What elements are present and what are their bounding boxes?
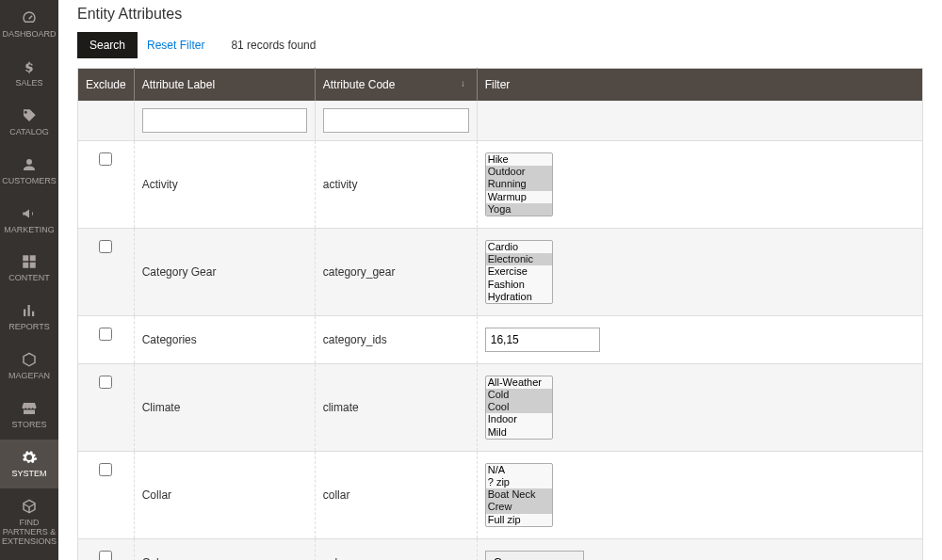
exclude-checkbox[interactable] [99, 376, 112, 389]
attr-label-cell: Color [134, 538, 315, 560]
attr-code-cell: category_gear [315, 228, 477, 315]
nav-customers[interactable]: CUSTOMERS [0, 147, 58, 196]
attr-filter-cell: CardioElectronicExerciseFashionHydration [477, 228, 922, 315]
filter-multiselect[interactable]: HikeOutdoorRunningWarmupYoga [485, 152, 553, 216]
exclude-checkbox[interactable] [99, 240, 112, 253]
attr-label-cell: Collar [134, 451, 315, 538]
attr-label-cell: Category Gear [134, 228, 315, 315]
nav-label: CONTENT [8, 273, 50, 282]
nav-marketing[interactable]: MARKETING [0, 196, 58, 245]
nav-sales[interactable]: SALES [0, 49, 58, 98]
admin-sidebar: DASHBOARDSALESCATALOGCUSTOMERSMARKETINGC… [0, 0, 58, 560]
nav-partners[interactable]: FIND PARTNERS & EXTENSIONS [0, 488, 58, 556]
main-content: Entity Attributes Search Reset Filter 81… [58, 0, 942, 560]
attr-filter-cell: HikeOutdoorRunningWarmupYoga [477, 141, 922, 229]
attr-code-cell: collar [315, 451, 477, 538]
exclude-cell [78, 315, 135, 363]
gauge-icon [2, 9, 57, 26]
blocks-icon [2, 253, 57, 270]
nav-reports[interactable]: REPORTS [0, 293, 58, 342]
filter-label-input[interactable] [142, 108, 307, 133]
nav-catalog[interactable]: CATALOG [0, 98, 58, 147]
search-button[interactable]: Search [77, 32, 138, 58]
filter-code-cell [315, 101, 477, 141]
person-icon [2, 156, 57, 173]
exclude-cell [78, 228, 135, 315]
attr-label-cell: Climate [134, 363, 315, 451]
dollar-icon [2, 58, 57, 75]
table-row: Categoriescategory_ids [78, 315, 923, 363]
attr-code-cell: climate [315, 363, 477, 451]
page-title: Entity Attributes [77, 6, 923, 23]
exclude-cell [78, 141, 135, 229]
attr-label-cell: Categories [134, 315, 315, 363]
sort-arrow-icon: ↓ [461, 78, 469, 88]
table-row: ColorcolorGray [78, 538, 923, 560]
attr-code-cell: color [315, 538, 477, 560]
filter-text-input[interactable] [485, 328, 600, 352]
col-label-header[interactable]: Attribute Label [134, 69, 315, 102]
partners-icon [2, 498, 57, 515]
col-code-header[interactable]: Attribute Code↓ [315, 69, 477, 102]
tag-icon [2, 107, 57, 124]
nav-dashboard[interactable]: DASHBOARD [0, 0, 58, 49]
reset-filter-link[interactable]: Reset Filter [147, 39, 204, 52]
megaphone-icon [2, 205, 57, 222]
actions-bar: Search Reset Filter 81 records found [77, 32, 923, 58]
filter-label-cell [134, 101, 315, 141]
nav-stores[interactable]: STORES [0, 391, 58, 440]
table-row: Category Gearcategory_gearCardioElectron… [78, 228, 923, 315]
records-found: 81 records found [231, 39, 316, 52]
filter-select[interactable]: Gray [485, 551, 584, 560]
filter-filter-cell [477, 101, 922, 141]
store-icon [2, 400, 57, 417]
bars-icon [2, 302, 57, 319]
exclude-checkbox[interactable] [99, 152, 112, 166]
nav-label: SALES [15, 78, 42, 88]
nav-content[interactable]: CONTENT [0, 244, 58, 293]
table-row: CollarcollarN/A? zipBoat NeckCrewFull zi… [78, 451, 923, 538]
filter-exclude-cell [78, 101, 135, 141]
attr-code-cell: activity [315, 141, 477, 229]
nav-label: STORES [12, 420, 47, 429]
nav-system[interactable]: SYSTEM [0, 440, 58, 488]
exclude-checkbox[interactable] [99, 463, 112, 476]
exclude-checkbox[interactable] [99, 551, 112, 560]
filter-multiselect[interactable]: All-WeatherColdCoolIndoorMild [485, 376, 553, 440]
attr-filter-cell: Gray [477, 538, 922, 560]
exclude-checkbox[interactable] [99, 328, 112, 341]
table-row: ActivityactivityHikeOutdoorRunningWarmup… [78, 141, 923, 229]
nav-label: REPORTS [8, 322, 49, 331]
nav-label: SYSTEM [11, 469, 46, 478]
exclude-cell [78, 538, 135, 560]
nav-label: CUSTOMERS [2, 176, 56, 185]
attr-filter-cell: N/A? zipBoat NeckCrewFull zip [477, 451, 922, 538]
exclude-cell [78, 451, 135, 538]
filter-code-input[interactable] [323, 108, 469, 133]
gear-icon [2, 449, 57, 466]
attr-filter-cell [477, 315, 922, 363]
col-exclude-header[interactable]: Exclude [78, 69, 135, 102]
col-code-text: Attribute Code [323, 78, 396, 91]
nav-label: CATALOG [9, 127, 49, 136]
attributes-grid: Exclude Attribute Label Attribute Code↓ … [77, 68, 923, 560]
attr-filter-cell: All-WeatherColdCoolIndoorMild [477, 363, 922, 451]
exclude-cell [78, 363, 135, 451]
box-icon [2, 351, 57, 368]
nav-magefan[interactable]: MAGEFAN [0, 342, 58, 391]
attr-code-cell: category_ids [315, 315, 477, 363]
filter-multiselect[interactable]: CardioElectronicExerciseFashionHydration [485, 240, 553, 304]
filter-multiselect[interactable]: N/A? zipBoat NeckCrewFull zip [485, 463, 553, 527]
nav-label: MARKETING [4, 225, 55, 234]
nav-label: FIND PARTNERS & EXTENSIONS [2, 518, 57, 546]
col-filter-header[interactable]: Filter [477, 69, 922, 102]
nav-label: MAGEFAN [8, 371, 50, 380]
attr-label-cell: Activity [134, 141, 315, 229]
table-row: ClimateclimateAll-WeatherColdCoolIndoorM… [78, 363, 923, 451]
nav-label: DASHBOARD [2, 29, 56, 39]
